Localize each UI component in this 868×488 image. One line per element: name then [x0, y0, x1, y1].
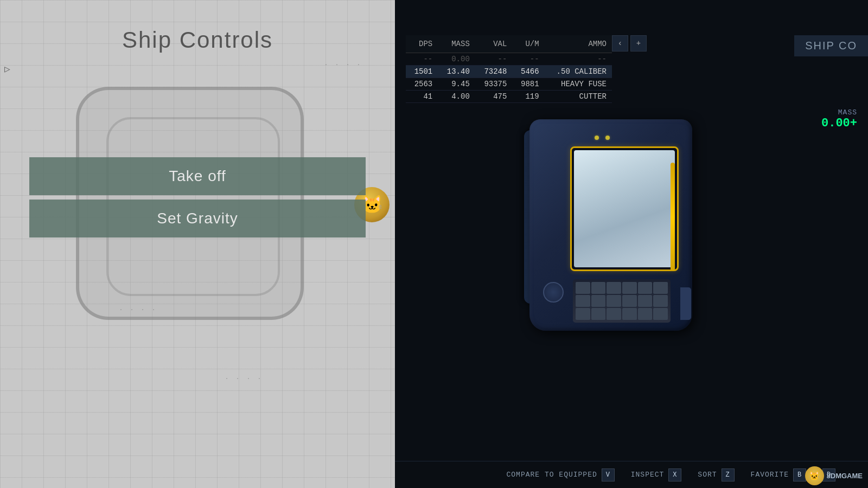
- decorative-dots-2: . . . .: [119, 306, 157, 312]
- mass-label-title: MASS: [821, 108, 857, 117]
- device-screen: [574, 150, 675, 267]
- stats-table-area: DPS MASS VAL U/M AMMO -- 0.00 -- -- -- 1…: [406, 35, 612, 103]
- cell-dps: --: [406, 53, 438, 66]
- col-um: U/M: [512, 35, 544, 53]
- device-body: [529, 119, 692, 331]
- device-camera-1: [595, 136, 599, 140]
- table-row[interactable]: 1501 13.40 73248 5466 .50 CALIBER: [406, 66, 612, 78]
- watermark-logo-icon: 🐱: [805, 466, 824, 485]
- key-1: [576, 282, 590, 294]
- key-13: [576, 308, 590, 320]
- nav-prev-button[interactable]: ‹: [612, 35, 628, 52]
- key-15: [607, 308, 621, 320]
- favorite-label: FAVORITE: [751, 471, 789, 479]
- device-screen-bezel: [570, 146, 679, 271]
- inspect-label: INSPECT: [631, 471, 665, 479]
- decorative-dots-1: . . . .: [324, 61, 362, 67]
- key-18: [653, 308, 668, 320]
- cell-dps: 1501: [406, 66, 438, 78]
- key-12: [653, 295, 668, 307]
- key-3: [607, 282, 621, 294]
- cell-mass: 13.40: [438, 66, 475, 78]
- key-10: [622, 295, 637, 307]
- cursor-indicator: ▷: [4, 63, 10, 75]
- right-panel: SHIP CO DPS MASS VAL U/M AMMO -- 0.00 --…: [395, 0, 868, 488]
- mass-label-value: 0.00+: [821, 117, 857, 130]
- key-17: [638, 308, 653, 320]
- key-16: [622, 308, 637, 320]
- table-row[interactable]: -- 0.00 -- -- --: [406, 53, 612, 66]
- mass-display: MASS 0.00+: [821, 108, 857, 130]
- inspect-key: X: [668, 468, 681, 481]
- cell-um: 119: [512, 91, 544, 103]
- key-4: [622, 282, 637, 294]
- cell-um: 5466: [512, 66, 544, 78]
- ship-controls-title: Ship Controls: [122, 27, 273, 53]
- cell-um: --: [512, 53, 544, 66]
- action-inspect[interactable]: INSPECT X: [631, 468, 682, 481]
- cell-mass: 0.00: [438, 53, 475, 66]
- device-camera-2: [605, 136, 610, 140]
- ship-co-label: SHIP CO: [794, 35, 868, 56]
- take-off-button[interactable]: Take off: [29, 157, 366, 195]
- device-accent-stripe: [671, 163, 675, 271]
- bottom-action-bar: COMPARE TO EQUIPPED V INSPECT X SORT Z F…: [395, 461, 868, 488]
- sort-key: Z: [722, 468, 735, 481]
- cell-ammo: CUTTER: [545, 91, 612, 103]
- device-side-piece: [680, 287, 691, 320]
- sort-label: SORT: [698, 471, 717, 479]
- cell-mass: 4.00: [438, 91, 475, 103]
- watermark: 🐱 3DMGAME: [800, 464, 868, 488]
- table-row[interactable]: 2563 9.45 93375 9881 HEAVY FUSE: [406, 78, 612, 91]
- table-row[interactable]: 41 4.00 475 119 CUTTER: [406, 91, 612, 103]
- nav-next-button[interactable]: +: [630, 35, 647, 52]
- watermark-text: 3DMGAME: [827, 472, 863, 480]
- inventory-table: DPS MASS VAL U/M AMMO -- 0.00 -- -- -- 1…: [406, 35, 612, 103]
- action-favorite[interactable]: FAVORITE B: [751, 468, 806, 481]
- key-6: [653, 282, 668, 294]
- col-ammo: AMMO: [545, 35, 612, 53]
- action-sort[interactable]: SORT Z: [698, 468, 734, 481]
- key-8: [591, 295, 606, 307]
- key-5: [638, 282, 653, 294]
- key-9: [607, 295, 621, 307]
- left-panel: Ship Controls ▷ . . . . . . . . . . . . …: [0, 0, 395, 488]
- cell-ammo: HEAVY FUSE: [545, 78, 612, 91]
- col-mass: MASS: [438, 35, 475, 53]
- key-11: [638, 295, 653, 307]
- compare-key: V: [602, 468, 615, 481]
- cell-um: 9881: [512, 78, 544, 91]
- device-keypad: [573, 279, 671, 323]
- cell-val: 475: [475, 91, 513, 103]
- compare-label: COMPARE TO EQUIPPED: [507, 471, 597, 479]
- cell-dps: 41: [406, 91, 438, 103]
- decorative-dots-3: . . . .: [225, 375, 263, 381]
- cell-val: 73248: [475, 66, 513, 78]
- table-nav-buttons: ‹ +: [612, 35, 647, 52]
- cell-val: --: [475, 53, 513, 66]
- control-buttons-container: Take off Set Gravity: [29, 157, 366, 237]
- device-button-large: [543, 282, 564, 303]
- cell-dps: 2563: [406, 78, 438, 91]
- col-dps: DPS: [406, 35, 438, 53]
- col-val: VAL: [475, 35, 513, 53]
- key-7: [576, 295, 590, 307]
- set-gravity-button[interactable]: Set Gravity: [29, 200, 366, 237]
- key-14: [591, 308, 606, 320]
- cell-mass: 9.45: [438, 78, 475, 91]
- table-header-row: DPS MASS VAL U/M AMMO: [406, 35, 612, 53]
- cell-val: 93375: [475, 78, 513, 91]
- device-illustration: [508, 108, 714, 342]
- cell-ammo: .50 CALIBER: [545, 66, 612, 78]
- key-2: [591, 282, 606, 294]
- device-3d-model: [524, 108, 698, 336]
- cell-ammo: --: [545, 53, 612, 66]
- action-compare[interactable]: COMPARE TO EQUIPPED V: [507, 468, 615, 481]
